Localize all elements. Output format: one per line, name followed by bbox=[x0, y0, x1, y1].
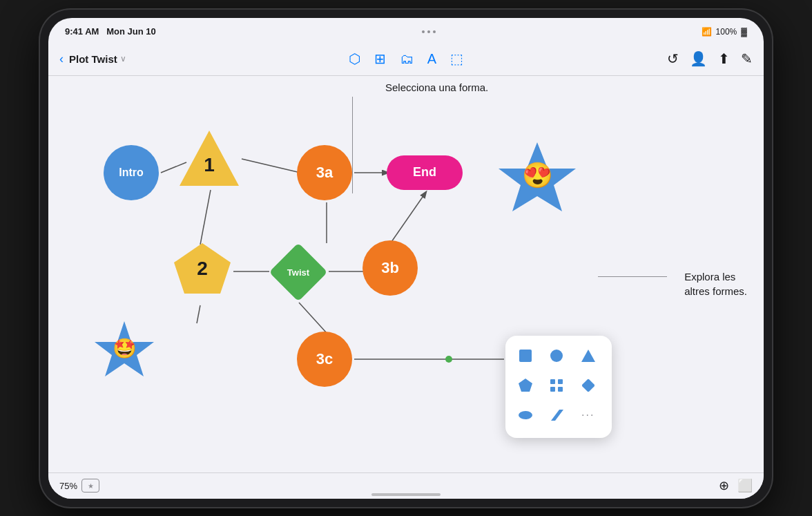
zoom-percentage: 75% bbox=[59, 481, 77, 491]
conn-twist-3c bbox=[299, 303, 327, 333]
svg-rect-14 bbox=[581, 379, 595, 392]
svg-rect-12 bbox=[550, 387, 555, 392]
text-tool-icon[interactable]: A bbox=[427, 51, 436, 67]
svg-marker-9 bbox=[519, 379, 532, 392]
view-icon[interactable]: ⬜ bbox=[737, 478, 753, 493]
ipad-screen: 9:41 AM Mon Jun 10 📶 100% ▓ ‹ bbox=[48, 18, 764, 499]
status-center-dots bbox=[422, 30, 436, 33]
callout-right-line bbox=[598, 276, 667, 277]
shape-1-label: 1 bbox=[204, 154, 215, 176]
canvas-area: Selecciona una forma. Explora les altres… bbox=[48, 76, 764, 472]
picker-triangle[interactable] bbox=[575, 343, 601, 369]
callout-top-line bbox=[352, 97, 353, 193]
status-bar: 9:41 AM Mon Jun 10 📶 100% ▓ bbox=[48, 18, 764, 43]
undo-tool-icon[interactable]: ↺ bbox=[667, 50, 679, 67]
picker-square[interactable] bbox=[512, 343, 539, 369]
svg-point-15 bbox=[519, 411, 532, 419]
callout-right-line2: altres formes. bbox=[684, 285, 747, 297]
s3c-label: 3c bbox=[316, 350, 333, 368]
title-chevron-icon: ∨ bbox=[120, 54, 126, 64]
picker-more-dots: ··· bbox=[581, 409, 594, 421]
svg-point-7 bbox=[550, 350, 563, 362]
s3b-label: 3b bbox=[381, 259, 399, 277]
bottom-right-controls: ⊕ ⬜ bbox=[719, 478, 753, 493]
home-indicator bbox=[371, 493, 441, 496]
svg-rect-13 bbox=[558, 387, 563, 392]
status-dot-3 bbox=[433, 30, 436, 33]
conn-1-2 bbox=[200, 190, 211, 245]
picker-pentagon[interactable] bbox=[512, 372, 539, 399]
picker-circle[interactable] bbox=[543, 343, 570, 369]
media-tool-icon[interactable]: ⬚ bbox=[450, 50, 463, 67]
conn-dot bbox=[445, 356, 452, 363]
toolbar-center: ⬡ ⊞ 🗂 A ⬚ bbox=[233, 50, 579, 67]
s3a-label: 3a bbox=[316, 164, 333, 182]
time: 9:41 AM bbox=[65, 26, 99, 37]
edit-tool-icon[interactable]: ✎ bbox=[741, 50, 753, 67]
toolbar: ‹ Plot Twist ∨ ⬡ ⊞ 🗂 A ⬚ ↺ bbox=[48, 43, 764, 76]
ipad-frame: 9:41 AM Mon Jun 10 📶 100% ▓ ‹ bbox=[40, 10, 772, 507]
conn-3b-end bbox=[392, 192, 426, 242]
battery-label: 100% bbox=[716, 27, 737, 37]
conn-1-3a bbox=[242, 159, 300, 173]
shape-2-label: 2 bbox=[197, 258, 208, 280]
svg-rect-10 bbox=[550, 379, 555, 384]
document-title-area[interactable]: Plot Twist ∨ bbox=[69, 53, 126, 65]
zoom-star-icon[interactable]: ★ bbox=[81, 479, 99, 493]
shape-intro[interactable]: Intro bbox=[104, 145, 159, 200]
chart-tool-icon[interactable]: 🗂 bbox=[400, 51, 414, 67]
shape-end[interactable]: End bbox=[387, 155, 463, 190]
shape-tool-icon[interactable]: ⬡ bbox=[349, 50, 360, 67]
picker-ellipse[interactable] bbox=[512, 402, 539, 428]
status-dot-2 bbox=[427, 30, 430, 33]
status-dot-1 bbox=[422, 30, 425, 33]
zoom-icon-label: ★ bbox=[88, 482, 94, 490]
star-blue-label: 😍 bbox=[522, 161, 553, 190]
back-chevron-icon: ‹ bbox=[59, 52, 64, 66]
shape-star-blue[interactable]: 😍 bbox=[496, 137, 579, 220]
collaborate-tool-icon[interactable]: 👤 bbox=[690, 50, 707, 67]
shape-3a[interactable]: 3a bbox=[297, 145, 352, 200]
shape-3c[interactable]: 3c bbox=[297, 332, 352, 387]
twist-label: Twist bbox=[287, 267, 309, 277]
shape-star-emoji[interactable]: 🤩 bbox=[93, 318, 155, 380]
shape-twist[interactable]: Twist bbox=[268, 242, 329, 303]
shape-3b[interactable]: 3b bbox=[362, 240, 418, 296]
star-emoji-label: 🤩 bbox=[113, 337, 137, 360]
zoom-area: 75% ★ bbox=[59, 479, 99, 493]
end-label: End bbox=[413, 165, 436, 180]
table-tool-icon[interactable]: ⊞ bbox=[374, 50, 386, 67]
svg-rect-6 bbox=[519, 350, 532, 362]
toolbar-left: ‹ Plot Twist ∨ bbox=[59, 52, 233, 66]
picker-grid[interactable] bbox=[543, 372, 570, 399]
arrange-icon[interactable]: ⊕ bbox=[719, 478, 729, 493]
conn-2-star bbox=[197, 305, 200, 323]
battery-icon: ▓ bbox=[741, 27, 747, 37]
back-button[interactable]: ‹ bbox=[59, 52, 64, 66]
picker-more[interactable]: ··· bbox=[575, 402, 601, 428]
document-title: Plot Twist bbox=[69, 53, 117, 65]
date: Mon Jun 10 bbox=[106, 26, 156, 37]
shape-1[interactable]: 1 bbox=[178, 128, 240, 189]
picker-parallelogram[interactable] bbox=[543, 402, 570, 428]
svg-rect-11 bbox=[558, 379, 563, 384]
shape-picker-popup: ··· bbox=[505, 336, 612, 438]
share-tool-icon[interactable]: ⬆ bbox=[718, 50, 730, 67]
callout-top-text: Selecciona una forma. bbox=[385, 82, 488, 93]
picker-diamond[interactable] bbox=[575, 372, 601, 399]
shape-2[interactable]: 2 bbox=[171, 240, 233, 302]
svg-marker-8 bbox=[581, 350, 595, 362]
svg-marker-17 bbox=[551, 410, 563, 421]
wifi-icon: 📶 bbox=[702, 27, 712, 37]
callout-right-line1: Explora les bbox=[684, 271, 735, 283]
intro-label: Intro bbox=[119, 166, 144, 179]
callout-right-text: Explora les altres formes. bbox=[684, 269, 747, 298]
status-time: 9:41 AM Mon Jun 10 bbox=[65, 26, 156, 37]
status-right: 📶 100% ▓ bbox=[702, 27, 747, 37]
toolbar-right: ↺ 👤 ⬆ ✎ bbox=[579, 50, 753, 67]
